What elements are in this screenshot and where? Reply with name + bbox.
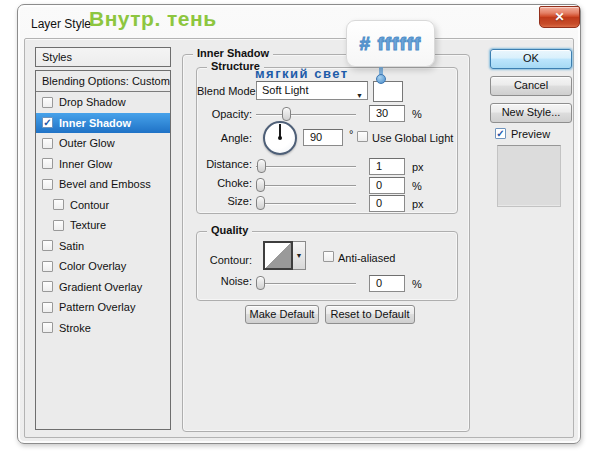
quality-group: Quality Contour: ▼ Anti-aliased Noise: 0… — [196, 231, 458, 301]
use-global-light-label: Use Global Light — [372, 132, 453, 144]
size-input[interactable]: 0 — [369, 195, 405, 212]
sidebar-item-label: Stroke — [59, 322, 91, 334]
size-unit: px — [412, 198, 424, 210]
anti-aliased-checkbox[interactable] — [323, 251, 334, 262]
use-global-light-checkbox[interactable] — [357, 131, 368, 142]
sidebar-item-label: Satin — [59, 240, 84, 252]
size-label: Size: — [197, 195, 252, 207]
sidebar-item-contour[interactable]: Contour — [36, 195, 170, 216]
preview-label: Preview — [511, 128, 550, 140]
sidebar-item-bevel-and-emboss[interactable]: Bevel and Emboss — [36, 174, 170, 195]
preview-swatch — [497, 145, 561, 207]
checkbox-icon[interactable] — [42, 281, 53, 292]
anti-aliased-label: Anti-aliased — [338, 252, 395, 264]
sidebar-item-label: Bevel and Emboss — [59, 178, 151, 190]
styles-header: Styles — [35, 47, 171, 67]
opacity-slider-thumb[interactable] — [282, 107, 291, 121]
angle-unit: ° — [349, 128, 353, 140]
chevron-down-icon: ▼ — [356, 87, 363, 104]
checkbox-icon[interactable] — [53, 220, 64, 231]
sidebar-item-label: Texture — [70, 219, 106, 231]
close-icon[interactable]: ✕ — [539, 6, 580, 28]
checkbox-icon[interactable] — [42, 158, 53, 169]
title-annotation: Внутр. тень — [89, 7, 217, 31]
angle-input[interactable]: 90 — [303, 129, 343, 146]
noise-input[interactable]: 0 — [369, 275, 405, 292]
shadow-color-swatch[interactable] — [373, 81, 403, 102]
sidebar-item-color-overlay[interactable]: Color Overlay — [36, 256, 170, 277]
checkbox-icon[interactable] — [42, 261, 53, 272]
blend-mode-label: Blend Mode: — [197, 85, 252, 97]
blend-mode-value: Soft Light — [262, 84, 308, 96]
opacity-input[interactable]: 30 — [369, 105, 405, 122]
angle-dial[interactable] — [263, 121, 297, 155]
checkbox-icon[interactable] — [42, 240, 53, 251]
opacity-label: Opacity: — [197, 108, 252, 120]
sidebar-item-label: Drop Shadow — [59, 96, 126, 108]
cancel-button[interactable]: Cancel — [490, 76, 572, 96]
new-style-button[interactable]: New Style... — [490, 103, 572, 123]
checkbox-icon[interactable] — [42, 97, 53, 108]
distance-label: Distance: — [197, 158, 252, 170]
sidebar-item-outer-glow[interactable]: Outer Glow — [36, 133, 170, 154]
make-default-button[interactable]: Make Default — [245, 305, 319, 324]
inner-shadow-group: Inner Shadow Structure Blend Mode: Soft … — [182, 54, 470, 432]
choke-input[interactable]: 0 — [369, 177, 405, 194]
sidebar-item-label: Contour — [70, 199, 109, 211]
styles-list: Blending Options: Custom Drop Shadow✓Inn… — [35, 70, 171, 430]
checkbox-icon[interactable] — [42, 179, 53, 190]
noise-unit: % — [412, 278, 422, 290]
checkbox-icon[interactable] — [53, 199, 64, 210]
inner-shadow-group-title: Inner Shadow — [193, 47, 273, 59]
noise-slider[interactable] — [256, 283, 356, 284]
choke-slider-thumb[interactable] — [256, 178, 265, 192]
choke-label: Choke: — [197, 177, 252, 189]
checkbox-icon[interactable] — [42, 322, 53, 333]
opacity-unit: % — [412, 108, 422, 120]
sidebar-item-texture[interactable]: Texture — [36, 215, 170, 236]
distance-slider[interactable] — [256, 166, 356, 167]
blend-mode-annotation: мягкий свет — [255, 66, 349, 81]
noise-slider-thumb[interactable] — [256, 276, 265, 290]
contour-preview[interactable] — [263, 241, 293, 270]
sidebar-item-label: Color Overlay — [59, 260, 126, 272]
preview-checkbox[interactable]: ✓ — [495, 128, 506, 139]
quality-group-title: Quality — [207, 224, 252, 236]
size-slider-thumb[interactable] — [256, 196, 265, 210]
blend-mode-select[interactable]: Soft Light ▼ — [256, 81, 368, 100]
sidebar-item-satin[interactable]: Satin — [36, 236, 170, 257]
distance-unit: px — [412, 161, 424, 173]
choke-unit: % — [412, 180, 422, 192]
angle-label: Angle: — [197, 132, 252, 144]
sidebar-item-label: Inner Glow — [59, 158, 112, 170]
sidebar-item-label: Pattern Overlay — [59, 301, 135, 313]
structure-group: Structure Blend Mode: Soft Light ▼ Opaci… — [196, 67, 458, 214]
sidebar-item-gradient-overlay[interactable]: Gradient Overlay — [36, 277, 170, 298]
sidebar-item-inner-glow[interactable]: Inner Glow — [36, 154, 170, 175]
color-tooltip: # ffffff — [346, 20, 435, 67]
contour-dropdown-icon[interactable]: ▼ — [293, 241, 306, 270]
distance-input[interactable]: 1 — [369, 158, 405, 175]
size-slider[interactable] — [256, 203, 356, 204]
ok-button[interactable]: OK — [490, 49, 572, 69]
sidebar-item-inner-shadow[interactable]: ✓Inner Shadow — [36, 113, 170, 134]
sidebar-item-blending-options[interactable]: Blending Options: Custom — [36, 71, 170, 92]
styles-list-items: Drop Shadow✓Inner ShadowOuter GlowInner … — [36, 92, 170, 338]
sidebar-item-label: Gradient Overlay — [59, 281, 142, 293]
sidebar-item-drop-shadow[interactable]: Drop Shadow — [36, 92, 170, 113]
opacity-slider[interactable] — [256, 114, 356, 115]
tooltip-pin-ball-icon — [376, 74, 386, 84]
sidebar-item-label: Outer Glow — [59, 137, 115, 149]
checkbox-icon[interactable] — [42, 302, 53, 313]
contour-label: Contour: — [197, 254, 252, 266]
noise-label: Noise: — [197, 275, 252, 287]
sidebar-item-label: Inner Shadow — [59, 117, 131, 129]
checkbox-checked-icon[interactable]: ✓ — [42, 117, 53, 128]
dialog-content-panel: Styles Blending Options: Custom Drop Sha… — [24, 38, 574, 438]
sidebar-item-stroke[interactable]: Stroke — [36, 318, 170, 339]
choke-slider[interactable] — [256, 185, 356, 186]
checkbox-icon[interactable] — [42, 138, 53, 149]
reset-to-default-button[interactable]: Reset to Default — [325, 305, 415, 324]
distance-slider-thumb[interactable] — [257, 159, 266, 173]
sidebar-item-pattern-overlay[interactable]: Pattern Overlay — [36, 297, 170, 318]
